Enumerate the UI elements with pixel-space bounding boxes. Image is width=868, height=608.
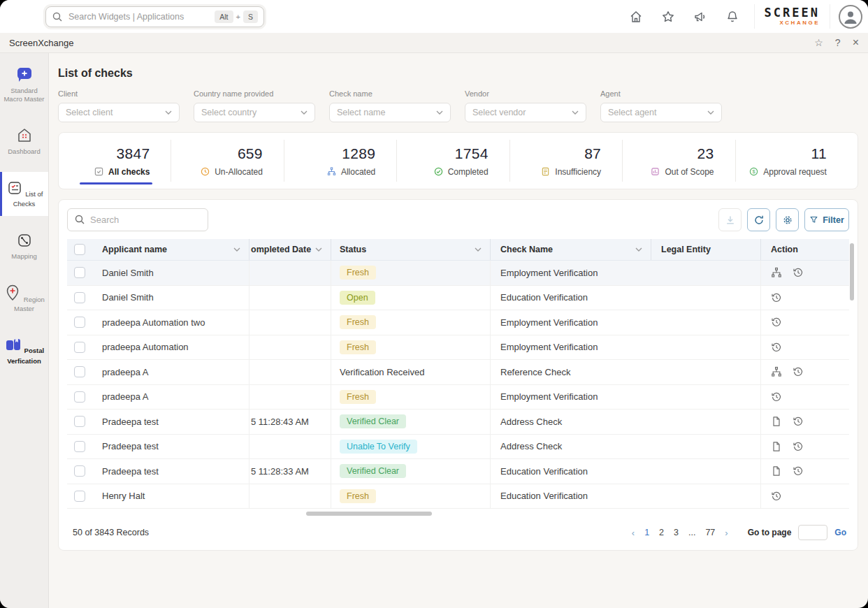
sidebar: Standard Macro Master Dashboard List of …	[0, 53, 49, 608]
history-icon[interactable]	[793, 267, 804, 278]
star-icon[interactable]	[661, 10, 675, 24]
table-row[interactable]: pradeepa Automation two Fresh Employment…	[67, 310, 849, 335]
chevron-down-icon[interactable]	[315, 247, 322, 252]
history-icon[interactable]	[793, 366, 804, 377]
global-search-input[interactable]: Search Widgets | Applications Alt + S	[45, 6, 264, 27]
table-row[interactable]: pradeepa A Verification Received Referen…	[67, 360, 849, 385]
funnel-icon	[809, 215, 818, 224]
table-row[interactable]: Pradeepa test Unable To Verify Address C…	[67, 435, 849, 460]
history-icon[interactable]	[793, 416, 804, 427]
history-icon[interactable]	[771, 391, 782, 403]
settings-button[interactable]	[776, 208, 799, 231]
row-checkbox[interactable]	[74, 267, 85, 278]
home-icon[interactable]	[629, 10, 643, 24]
table-row[interactable]: pradeepa Automation Fresh Employment Ver…	[67, 335, 849, 361]
user-avatar[interactable]	[839, 5, 862, 29]
sidebar-item-list-of-checks[interactable]: List of Checks	[0, 172, 48, 216]
client-select[interactable]: Select client	[58, 103, 180, 122]
stat-insufficiency[interactable]: 87 Insufficiency	[510, 140, 623, 182]
vertical-scrollbar[interactable]	[850, 243, 854, 301]
table-footer: 50 of 3843 Records ‹ 1 2 3 ... 77 › Go t…	[67, 516, 849, 542]
stat-completed[interactable]: 1754 Completed	[397, 140, 509, 182]
row-checkbox[interactable]	[74, 292, 85, 303]
table-row[interactable]: pradeepa A Fresh Employment Verification	[67, 385, 849, 410]
row-checkbox[interactable]	[74, 416, 85, 427]
person-icon	[842, 8, 859, 25]
help-icon[interactable]: ?	[835, 37, 841, 48]
chevron-down-icon[interactable]	[635, 247, 642, 252]
status-badge: Verification Received	[340, 367, 424, 377]
stat-un-allocated[interactable]: 659 Un-Allocated	[171, 140, 284, 182]
bell-icon[interactable]	[725, 10, 739, 24]
close-icon[interactable]: ×	[853, 36, 859, 49]
table-row[interactable]: Daniel Smith Fresh Employment Verificati…	[67, 261, 849, 286]
page-number-1[interactable]: 1	[644, 528, 649, 537]
table-toolbar: Filter	[67, 208, 849, 231]
stats-card: 3847 All checks 659 Un-Allocated 1289 Al…	[58, 132, 858, 189]
filter-button[interactable]: Filter	[804, 208, 849, 231]
row-checkbox[interactable]	[74, 465, 85, 477]
history-icon[interactable]	[771, 491, 782, 502]
history-icon[interactable]	[771, 342, 782, 353]
agent-select[interactable]: Select agent	[600, 103, 722, 122]
vendor-select[interactable]: Select vendor	[465, 103, 586, 122]
pagination-next-icon[interactable]: ›	[725, 528, 728, 538]
goto-page-input[interactable]	[798, 525, 827, 540]
sidebar-item-standard-macro-master[interactable]: Standard Macro Master	[0, 59, 48, 111]
stat-out-of-scope[interactable]: 23 Out of Scope	[623, 140, 735, 182]
all-checks-icon	[94, 167, 103, 176]
refresh-button[interactable]	[747, 208, 770, 231]
hierarchy-icon[interactable]	[771, 267, 782, 278]
global-search-placeholder: Search Widgets | Applications	[68, 12, 215, 22]
sidebar-item-region-master[interactable]: Region Master	[0, 277, 48, 321]
page-number-2[interactable]: 2	[659, 528, 664, 537]
status-badge: Fresh	[340, 390, 376, 404]
row-checkbox[interactable]	[74, 317, 85, 328]
page-number-77[interactable]: 77	[705, 528, 715, 537]
download-button[interactable]	[718, 208, 742, 231]
table-row[interactable]: Henry Halt Fresh Education Verification	[67, 484, 849, 509]
chevron-down-icon[interactable]	[475, 247, 482, 252]
go-button[interactable]: Go	[834, 528, 846, 537]
favorite-star-icon[interactable]: ☆	[814, 37, 823, 48]
stat-allocated[interactable]: 1289 Allocated	[284, 140, 397, 182]
history-icon[interactable]	[793, 465, 804, 477]
table-row[interactable]: Pradeepa test 5 11:28:43 AM Verified Cle…	[67, 410, 849, 435]
goto-page-label: Go to page	[748, 528, 792, 537]
check-circle-icon	[434, 167, 443, 176]
row-checkbox[interactable]	[74, 491, 85, 502]
sidebar-item-mapping[interactable]: Mapping	[0, 224, 48, 268]
stat-all-checks[interactable]: 3847 All checks	[59, 140, 171, 182]
history-icon[interactable]	[793, 441, 804, 452]
pagination-prev-icon[interactable]: ‹	[632, 528, 635, 538]
document-icon[interactable]	[771, 441, 782, 452]
row-checkbox[interactable]	[74, 342, 85, 353]
insufficiency-doc-icon	[541, 167, 550, 176]
row-checkbox[interactable]	[74, 391, 85, 403]
page-number-3[interactable]: 3	[674, 528, 679, 537]
table-search-input[interactable]	[67, 208, 208, 231]
document-icon[interactable]	[771, 465, 782, 477]
chevron-down-icon[interactable]	[233, 247, 240, 252]
history-icon[interactable]	[771, 292, 782, 303]
table-row[interactable]: Daniel Smith Open Education Verification	[67, 286, 849, 311]
page-ellipsis: ...	[688, 528, 695, 537]
check-name-select[interactable]: Select name	[329, 103, 451, 122]
hierarchy-icon[interactable]	[771, 366, 782, 377]
page-title: List of checks	[58, 67, 858, 80]
table-row[interactable]: Pradeepa test 5 11:28:33 AM Verified Cle…	[67, 459, 849, 484]
document-icon[interactable]	[771, 416, 782, 427]
logo-text-screen: SCREEN	[765, 7, 820, 19]
topbar-actions: SCREEN XCHANGE	[620, 0, 862, 33]
row-checkbox[interactable]	[74, 441, 85, 452]
select-all-checkbox[interactable]	[74, 244, 85, 255]
screenxchange-logo: SCREEN XCHANGE	[754, 4, 830, 29]
sidebar-item-postal-verification[interactable]: Postal Verfication	[0, 329, 48, 373]
country-select[interactable]: Select country	[194, 103, 315, 122]
stat-approval-request[interactable]: 11 $Approval request	[736, 140, 858, 182]
megaphone-icon[interactable]	[693, 10, 707, 24]
history-icon[interactable]	[771, 317, 782, 328]
sidebar-item-dashboard[interactable]: Dashboard	[0, 120, 48, 164]
chevron-down-icon	[707, 110, 714, 115]
row-checkbox[interactable]	[74, 366, 85, 377]
